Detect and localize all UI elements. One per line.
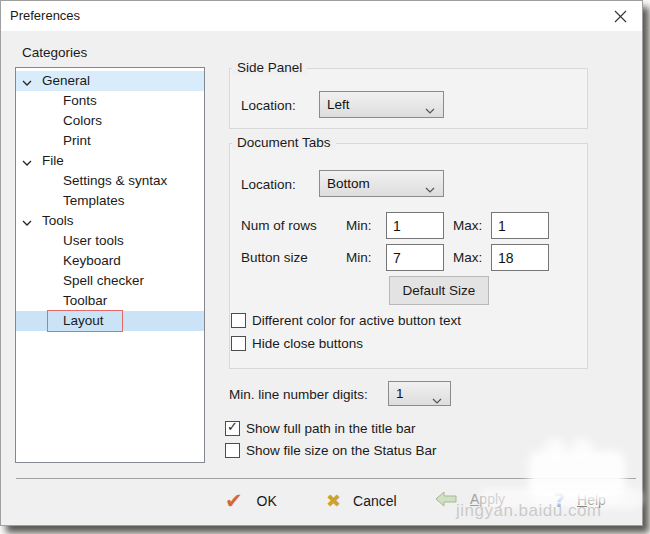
tree-item-toolbar[interactable]: Toolbar xyxy=(16,291,204,311)
button-size-max-input[interactable] xyxy=(491,244,549,271)
checkbox-hide-close-buttons[interactable]: Hide close buttons xyxy=(231,336,363,352)
button-size-label: Button size xyxy=(241,250,308,265)
checkbox-different-color[interactable]: Different color for active button text xyxy=(231,313,461,329)
side-panel-group-title: Side Panel xyxy=(232,60,307,75)
default-size-button[interactable]: Default Size xyxy=(389,276,489,305)
ok-button[interactable]: ✔ OK xyxy=(225,489,277,513)
checkbox-box-checked: ✓ xyxy=(225,421,240,436)
document-tabs-group-title: Document Tabs xyxy=(232,135,336,150)
title-bar: Preferences xyxy=(1,1,642,31)
chevron-down-icon xyxy=(425,181,435,196)
checkbox-show-file-size[interactable]: Show file size on the Status Bar xyxy=(225,443,437,459)
min-line-digits-select[interactable]: 1 xyxy=(388,381,451,406)
doc-tabs-location-label: Location: xyxy=(241,177,296,192)
categories-label: Categories xyxy=(22,45,87,60)
chevron-down-icon[interactable] xyxy=(22,212,32,232)
tree-item-spell-checker[interactable]: Spell checker xyxy=(16,271,204,291)
cancel-x-icon: ✖ xyxy=(326,490,341,511)
tree-item-user-tools[interactable]: User tools xyxy=(16,231,204,251)
tree-item-layout[interactable]: Layout xyxy=(16,311,204,331)
close-button[interactable] xyxy=(610,7,630,25)
tree-item-settings-syntax[interactable]: Settings & syntax xyxy=(16,171,204,191)
button-size-min-input[interactable] xyxy=(386,244,444,271)
num-rows-min-label: Min: xyxy=(346,218,372,233)
chevron-down-icon[interactable] xyxy=(22,152,32,172)
tree-item-keyboard[interactable]: Keyboard xyxy=(16,251,204,271)
close-icon xyxy=(614,10,627,23)
side-panel-location-select[interactable]: Left xyxy=(319,91,444,118)
button-size-min-label: Min: xyxy=(346,250,372,265)
checkbox-show-full-path[interactable]: ✓ Show full path in the title bar xyxy=(225,421,416,437)
chevron-down-icon[interactable] xyxy=(22,72,32,92)
chevron-down-icon xyxy=(432,392,442,407)
num-rows-max-input[interactable] xyxy=(491,212,549,239)
ok-check-icon: ✔ xyxy=(225,489,243,513)
preferences-dialog: Preferences Categories General Fonts Col… xyxy=(0,0,643,526)
apply-arrow-icon xyxy=(435,491,457,507)
num-rows-label: Num of rows xyxy=(241,218,317,233)
check-icon: ✓ xyxy=(227,419,238,434)
doc-tabs-location-select[interactable]: Bottom xyxy=(319,170,444,197)
side-panel-location-label: Location: xyxy=(241,98,296,113)
cancel-button[interactable]: ✖ Cancel xyxy=(326,490,397,511)
checkbox-box xyxy=(231,313,246,328)
tree-item-print[interactable]: Print xyxy=(16,131,204,151)
tree-item-fonts[interactable]: Fonts xyxy=(16,91,204,111)
tree-item-tools[interactable]: Tools xyxy=(16,211,204,231)
checkbox-box xyxy=(225,443,240,458)
num-rows-max-label: Max: xyxy=(453,218,482,233)
red-annotation-box xyxy=(47,310,123,332)
tree-item-templates[interactable]: Templates xyxy=(16,191,204,211)
tree-item-general[interactable]: General xyxy=(16,71,204,91)
button-size-max-label: Max: xyxy=(453,250,482,265)
categories-tree: General Fonts Colors Print File Settings… xyxy=(15,67,205,463)
watermark-text: jingyan.baidu.com xyxy=(456,501,602,521)
window-title: Preferences xyxy=(10,8,80,23)
num-rows-min-input[interactable] xyxy=(386,212,444,239)
checkbox-box xyxy=(231,336,246,351)
min-line-digits-label: Min. line number digits: xyxy=(229,387,368,402)
tree-item-colors[interactable]: Colors xyxy=(16,111,204,131)
chevron-down-icon xyxy=(425,102,435,117)
tree-item-file[interactable]: File xyxy=(16,151,204,171)
